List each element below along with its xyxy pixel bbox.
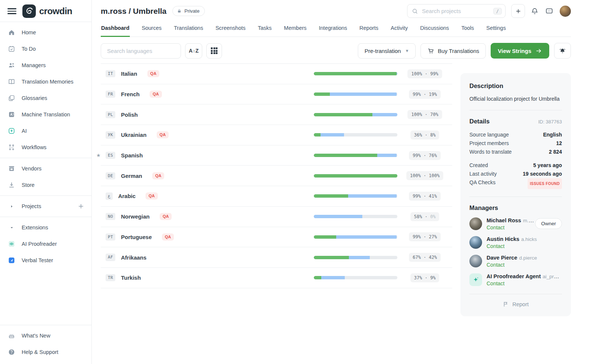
- view-mode-button[interactable]: [206, 43, 222, 59]
- language-search-input[interactable]: [106, 47, 175, 54]
- manager-contact-link[interactable]: Contact: [487, 243, 537, 249]
- sidebar-item-verbal-tester[interactable]: Verbal Tester: [0, 252, 91, 269]
- details-title: Details: [469, 118, 490, 125]
- view-strings-button[interactable]: View Strings: [491, 43, 549, 59]
- caret-down-icon[interactable]: [8, 226, 15, 230]
- language-row-german[interactable]: ★ DE German QA 100% · 100%: [101, 166, 452, 186]
- language-code-badge: DE: [106, 172, 115, 179]
- progress-approved-segment: [314, 133, 321, 136]
- sidebar-item-machine-translation[interactable]: Machine Translation: [0, 106, 91, 123]
- progress-translated-segment: [349, 256, 370, 259]
- help-icon: [8, 348, 15, 356]
- report-link[interactable]: Report: [469, 300, 562, 310]
- sidebar-item-to-do[interactable]: To Do: [0, 41, 91, 57]
- description-title: Description: [469, 82, 562, 90]
- messages-button[interactable]: [545, 7, 554, 16]
- sidebar-item-label: Home: [22, 29, 36, 35]
- project-search[interactable]: /: [407, 4, 506, 18]
- qa-issues-badge[interactable]: ISSUES FOUND: [528, 178, 562, 189]
- language-row-spanish[interactable]: ★ ES Spanish QA 99% · 76%: [101, 145, 452, 166]
- qa-badge[interactable]: QA: [150, 91, 162, 98]
- tab-activity[interactable]: Activity: [390, 21, 408, 37]
- pretranslation-dropdown[interactable]: Pre-translation ▼: [358, 43, 416, 59]
- manager-contact-link[interactable]: Contact: [487, 225, 535, 230]
- tab-integrations[interactable]: Integrations: [319, 21, 348, 37]
- language-row-portuguese[interactable]: ★ PT Portuguese QA 99% · 27%: [101, 227, 452, 248]
- manager-contact-link[interactable]: Contact: [487, 280, 562, 286]
- chat-icon: [545, 7, 553, 15]
- menu-toggle-icon[interactable]: [7, 7, 16, 16]
- progress-approved-segment: [314, 154, 377, 157]
- sidebar-item-extensions[interactable]: Extensions: [0, 219, 91, 236]
- qa-badge[interactable]: QA: [160, 213, 172, 220]
- progress-approved-segment: [314, 174, 397, 178]
- tab-settings[interactable]: Settings: [486, 21, 506, 37]
- page-title: m.ross / Umbrella: [101, 7, 166, 16]
- notifications-button[interactable]: [531, 7, 540, 16]
- language-code-badge: NO: [106, 213, 115, 220]
- tab-tools[interactable]: Tools: [461, 21, 474, 37]
- crowdin-logo[interactable]: crowdin: [22, 4, 72, 18]
- language-code-badge: УК: [106, 131, 115, 138]
- sidebar-item-ai-proofreader[interactable]: AI Proofreader: [0, 236, 91, 252]
- qa-badge[interactable]: QA: [152, 172, 165, 179]
- progress-percentages: 100% · 99%: [407, 69, 442, 78]
- tab-tasks[interactable]: Tasks: [257, 21, 272, 37]
- tab-members[interactable]: Members: [284, 21, 307, 37]
- sidebar-item-label: To Do: [22, 46, 36, 52]
- tab-sources[interactable]: Sources: [141, 21, 162, 37]
- translation-memories-icon: [8, 78, 15, 85]
- sidebar-item-projects[interactable]: Projects: [0, 198, 91, 214]
- qa-badge[interactable]: QA: [147, 70, 160, 77]
- language-row-norwegian[interactable]: ★ NO Norwegian QA 58% · 0%: [101, 207, 452, 227]
- progress-approved-segment: [314, 113, 372, 116]
- sidebar-item-glossaries[interactable]: Glossaries: [0, 90, 91, 106]
- todo-icon: [8, 45, 15, 53]
- language-row-ukrainian[interactable]: ★ УК Ukrainian QA 36% · 8%: [101, 125, 452, 145]
- add-project-button[interactable]: [77, 203, 85, 210]
- language-row-french[interactable]: ★ FR French QA 99% · 19%: [101, 84, 452, 105]
- sidebar-item-what-s-new[interactable]: What's New: [0, 327, 91, 344]
- favorite-star-icon[interactable]: ★: [96, 153, 101, 158]
- sidebar-item-home[interactable]: Home: [0, 24, 91, 41]
- language-row-arabic[interactable]: ★ ع Arabic QA 99% · 41%: [101, 186, 452, 207]
- user-avatar[interactable]: [560, 6, 571, 17]
- language-row-afrikaans[interactable]: ★ AF Afrikaans QA 67% · 42%: [101, 247, 452, 268]
- manager-contact-link[interactable]: Contact: [487, 262, 537, 268]
- tab-discussions[interactable]: Discussions: [420, 21, 449, 37]
- project-search-input[interactable]: [421, 7, 490, 15]
- sidebar-item-translation-memories[interactable]: Translation Memories: [0, 73, 91, 90]
- manager-username: ai_proof...: [543, 274, 562, 279]
- caret-right-icon[interactable]: [8, 204, 15, 208]
- language-list: ★ IT Italian QA 100% · 99% ★ FR French Q…: [101, 63, 452, 288]
- buy-translations-button[interactable]: Buy Translations: [421, 43, 486, 59]
- language-row-italian[interactable]: ★ IT Italian QA 100% · 99%: [101, 64, 452, 84]
- progress-percentages: 100% · 100%: [406, 171, 444, 180]
- sidebar-item-label: Glossaries: [22, 95, 47, 101]
- sidebar-item-vendors[interactable]: Vendors: [0, 160, 91, 177]
- language-row-polish[interactable]: ★ PL Polish QA 100% · 70%: [101, 104, 452, 125]
- lock-icon: [177, 9, 182, 13]
- tab-screenshots[interactable]: Screenshots: [215, 21, 246, 37]
- qa-badge[interactable]: QA: [162, 233, 174, 241]
- sidebar-item-help-support[interactable]: Help & Support: [0, 344, 91, 360]
- sidebar-item-workflows[interactable]: Workflows: [0, 139, 91, 156]
- progress-percentages: 36% · 8%: [410, 131, 440, 139]
- tab-dashboard[interactable]: Dashboard: [101, 21, 130, 37]
- sort-languages-button[interactable]: A↕Z: [185, 43, 202, 59]
- qa-badge[interactable]: QA: [146, 192, 158, 200]
- tab-reports[interactable]: Reports: [359, 21, 379, 37]
- sidebar-item-ai[interactable]: AI: [0, 123, 91, 139]
- progress-translated-segment: [372, 113, 397, 116]
- detail-label: Created: [469, 161, 488, 170]
- language-row-turkish[interactable]: ★ TR Turkish QA 37% · 9%: [101, 268, 452, 288]
- qa-badge[interactable]: QA: [157, 131, 169, 138]
- create-project-button[interactable]: [511, 4, 525, 18]
- progress-bar: [314, 276, 397, 279]
- sidebar-item-managers[interactable]: Managers: [0, 57, 91, 73]
- language-search[interactable]: [101, 43, 181, 59]
- manager-row-austin-hicks: Austin Hicksa.hicks Contact: [469, 236, 562, 249]
- tab-translations[interactable]: Translations: [174, 21, 203, 37]
- sidebar-item-store[interactable]: Store: [0, 177, 91, 193]
- alerts-button[interactable]: [554, 43, 571, 59]
